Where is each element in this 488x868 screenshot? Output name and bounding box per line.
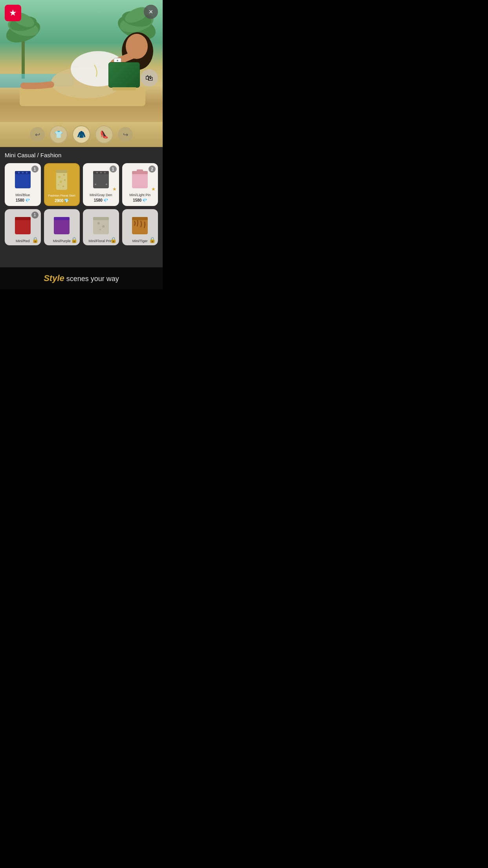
item-price-floral: 2900💎 <box>55 199 69 203</box>
lock-icon-purple: 🔒 <box>71 237 77 243</box>
svg-point-37 <box>106 184 107 185</box>
top-icon: 👕 <box>54 130 63 139</box>
banner-rest-text: scenes your way <box>64 275 119 283</box>
category-bar: ↩ 👕 🧥 👠 ↪ <box>0 122 163 147</box>
item-mini-pink[interactable]: 2 Mini/Light Pin 1580💎 ★ <box>122 163 158 206</box>
item-mini-purple[interactable]: Mini/Purple 🔒 <box>44 209 80 246</box>
item-mini-print[interactable]: Mini/Floral Print 🔒 <box>83 209 119 246</box>
svg-rect-40 <box>137 169 143 173</box>
item-name-mini-blue: Mini/Blue <box>15 193 30 197</box>
bag-icon: 🛍 <box>145 74 153 83</box>
svg-point-25 <box>58 176 61 178</box>
items-grid: 1 Mini/Blue 1580💎 <box>5 163 158 245</box>
gem-icon-floral: 💎 <box>64 199 69 203</box>
back-arrow-button[interactable]: ↩ <box>30 127 45 142</box>
item-mini-tiger[interactable]: Mini/Tiger 🔒 <box>122 209 158 246</box>
category-bar-inner: ↩ 👕 🧥 👠 ↪ <box>30 125 133 143</box>
item-mini-blue[interactable]: 1 Mini/Blue 1580💎 <box>5 163 41 206</box>
item-price-mini-blue: 1580💎 <box>16 198 30 202</box>
hero-section: × ★ 🛍 <box>0 0 163 122</box>
item-name-pink: Mini/Light Pin <box>129 193 150 197</box>
svg-point-36 <box>95 184 96 185</box>
close-button[interactable]: × <box>144 5 158 19</box>
item-name-floral: Fashion Floral Skirt <box>48 194 75 198</box>
back-arrow-icon: ↩ <box>35 131 40 138</box>
item-name-purple: Mini/Purple <box>53 239 71 243</box>
item-price-pink: 1580💎 <box>133 198 147 202</box>
svg-rect-24 <box>56 170 67 173</box>
svg-point-20 <box>18 172 20 173</box>
lock-icon-tiger: 🔒 <box>149 237 156 243</box>
close-icon: × <box>149 8 153 16</box>
star-badge-gray: ★ <box>112 186 117 192</box>
item-mini-red[interactable]: 1 Mini/Red 🔒 <box>5 209 41 246</box>
item-thumb-purple <box>46 211 78 238</box>
item-fashion-floral[interactable]: Fashion Floral Skirt 2900💎 <box>44 163 80 206</box>
item-thumb-tiger <box>125 211 156 238</box>
svg-point-22 <box>26 172 28 173</box>
svg-point-29 <box>58 184 59 186</box>
item-badge-red: 1 <box>31 211 39 219</box>
gem-icon-gray: 💎 <box>103 198 108 202</box>
svg-point-34 <box>100 172 102 173</box>
svg-point-48 <box>102 225 105 228</box>
star-icon: ★ <box>9 8 17 18</box>
favorite-button[interactable]: ★ <box>5 5 21 21</box>
forward-arrow-icon: ↪ <box>123 131 128 138</box>
item-badge-gray: 1 <box>110 166 117 173</box>
svg-rect-42 <box>15 217 31 220</box>
banner-style-word: Style <box>44 273 64 283</box>
item-name-gray: Mini/Gray Den <box>90 193 112 197</box>
svg-point-28 <box>64 179 66 181</box>
svg-rect-46 <box>93 217 109 220</box>
item-thumb-floral <box>47 166 77 193</box>
banner-text: Style scenes your way <box>44 273 119 283</box>
svg-point-17 <box>117 60 118 61</box>
category-jacket-button[interactable]: 🧥 <box>72 125 90 143</box>
svg-rect-51 <box>132 217 148 220</box>
forward-arrow-button[interactable]: ↪ <box>118 127 133 142</box>
item-name-red: Mini/Red <box>16 239 30 243</box>
lock-icon-red: 🔒 <box>32 237 39 243</box>
breadcrumb-text: Mini Casual / Fashion <box>5 152 61 158</box>
lock-icon-print: 🔒 <box>110 237 117 243</box>
svg-point-30 <box>62 186 64 187</box>
svg-point-33 <box>96 172 98 173</box>
hero-background <box>0 0 163 122</box>
item-thumb-print <box>85 211 117 238</box>
item-badge-1: 1 <box>31 166 39 173</box>
svg-point-26 <box>63 174 65 176</box>
item-mini-gray[interactable]: 1 Mini/Gray Den 1580💎 <box>83 163 119 206</box>
model-figure <box>0 0 163 122</box>
bottom-banner: Style scenes your way <box>0 267 163 289</box>
item-price-gray: 1580💎 <box>94 198 108 202</box>
green-bag <box>108 62 140 88</box>
app-container: × ★ 🛍 ↩ 👕 🧥 👠 ↪ <box>0 0 163 289</box>
bag-button[interactable]: 🛍 <box>141 69 158 86</box>
gem-icon-pink: 💎 <box>142 198 147 202</box>
svg-rect-44 <box>54 217 70 220</box>
svg-point-49 <box>99 229 101 230</box>
shoe-icon: 👠 <box>100 130 108 139</box>
svg-point-27 <box>60 180 62 183</box>
star-badge-pink: ★ <box>151 186 156 192</box>
svg-point-35 <box>104 172 106 173</box>
gem-icon: 💎 <box>25 198 30 202</box>
item-badge-pink: 2 <box>149 166 156 173</box>
svg-point-47 <box>97 222 100 224</box>
category-breadcrumb: Mini Casual / Fashion <box>5 152 158 158</box>
svg-point-21 <box>22 172 24 173</box>
item-name-tiger: Mini/Tiger <box>132 239 148 243</box>
category-top-button[interactable]: 👕 <box>50 125 68 143</box>
jacket-icon: 🧥 <box>77 130 86 139</box>
items-panel: Mini Casual / Fashion 1 Mini/Blue <box>0 147 163 267</box>
category-shoe-button[interactable]: 👠 <box>95 125 113 143</box>
